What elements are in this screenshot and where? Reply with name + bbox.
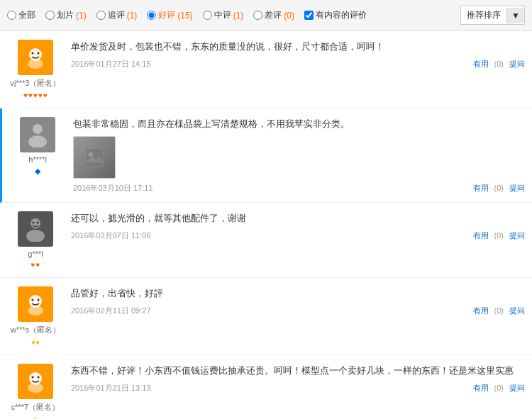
review-item: vj***3（匿名） ♥♥♥♥♥ 单价发货及时，包装也不错，东东的质量没的说，很… [0, 31, 532, 108]
review-image-container [73, 136, 525, 179]
user-column: h****l ◆ [9, 117, 66, 176]
user-column: vj***3（匿名） ♥♥♥♥♥ [7, 40, 64, 99]
filter-bar: 全部 划片(1) 追评(1) 好评(15) 中评(1) 差评(0) 有内容的评价… [0, 0, 532, 31]
avatar [18, 40, 53, 75]
content-column: 包装非常稳固，而且亦在様品袋上写清楚规格，不用我苹实非分类。 2016年03月1… [73, 117, 525, 194]
filter-bad[interactable]: 差评(0) [253, 9, 294, 21]
review-text: 东西不错，好评！小东西不值钱运费比抽承还贵。呵呵！模型点一个卖好几块，一样的东西… [71, 364, 525, 379]
useful-count: (0) [494, 60, 504, 68]
star-icon: ♥ [33, 91, 38, 99]
star-icon: ♥ [31, 261, 35, 269]
svg-point-1 [32, 52, 34, 55]
question-link[interactable]: 提问 [509, 383, 525, 393]
user-column: w***s（匿名） ♦♦ [7, 286, 64, 346]
image-icon [84, 147, 105, 168]
svg-point-3 [28, 59, 43, 69]
username: g***l [28, 250, 43, 258]
question-link[interactable]: 提问 [509, 230, 525, 241]
review-date: 2016年02月11日 09:27 [71, 306, 151, 316]
useful-count: (0) [494, 184, 504, 192]
useful-link[interactable]: 有用 [473, 306, 489, 316]
question-link[interactable]: 提问 [509, 183, 525, 194]
avatar [18, 211, 53, 247]
review-item: c***7（匿名） ♦ 东西不错，好评！小东西不值钱运费比抽承还贵。呵呵！模型点… [0, 355, 532, 419]
review-date: 2016年03月10日 17:11 [73, 183, 153, 194]
svg-point-20 [28, 383, 43, 393]
svg-point-18 [32, 376, 34, 378]
avatar [18, 286, 53, 322]
review-item: g***l ♥♥ 还可以，摅光滑的，就等其他配件了，谢谢 2016年03月07日… [0, 203, 532, 278]
review-list: vj***3（匿名） ♥♥♥♥♥ 单价发货及时，包装也不错，东东的质量没的说，很… [0, 31, 532, 419]
star-icon: ♥ [36, 261, 40, 269]
review-item: w***s（匿名） ♦♦ 品管好，出省快，好評 2016年02月11日 09:2… [0, 278, 532, 355]
user-stars: ♥♥♥♥♥ [23, 91, 48, 99]
filter-clip[interactable]: 划片(1) [45, 9, 87, 21]
review-actions: 有用 (0) 提问 [473, 383, 525, 393]
star-icon: ♥ [23, 91, 28, 99]
content-column: 单价发货及时，包装也不错，东东的质量没的说，很好，尺寸都合适，呵呵！ 2016年… [71, 40, 525, 69]
review-meta: 2016年02月11日 09:27 有用 (0) 提问 [71, 306, 525, 316]
face-icon [23, 369, 48, 394]
review-item: h****l ◆ 包装非常稳固，而且亦在様品袋上写清楚规格，不用我苹实非分类。 … [0, 108, 532, 203]
username: w***s（匿名） [11, 325, 60, 335]
review-actions: 有用 (0) 提问 [473, 183, 525, 194]
review-date: 2016年01月21日 13:13 [71, 383, 151, 393]
review-meta: 2016年01月27日 14:15 有用 (0) 提问 [71, 59, 525, 69]
useful-count: (0) [494, 384, 504, 392]
useful-link[interactable]: 有用 [473, 183, 489, 194]
filter-follow[interactable]: 追评(1) [96, 9, 138, 21]
review-text: 单价发货及时，包装也不错，东东的质量没的说，很好，尺寸都合适，呵呵！ [71, 40, 525, 55]
avatar [18, 364, 53, 399]
filter-all[interactable]: 全部 [7, 9, 35, 21]
sort-label: 推荐排序 [461, 6, 506, 24]
filter-mid[interactable]: 中评(1) [203, 9, 244, 21]
face-icon [23, 45, 48, 70]
person-icon [26, 122, 49, 147]
review-meta: 2016年01月21日 13:13 有用 (0) 提问 [71, 383, 525, 393]
star-icon: ♥ [38, 91, 43, 99]
review-actions: 有用 (0) 提问 [473, 306, 525, 316]
svg-rect-6 [85, 148, 104, 167]
user-stars: ♦ [33, 415, 37, 419]
review-text: 还可以，摅光滑的，就等其他配件了，谢谢 [71, 211, 525, 226]
svg-point-12 [37, 221, 39, 223]
svg-point-19 [38, 376, 40, 378]
review-actions: 有用 (0) 提问 [473, 230, 525, 241]
user-stars: ◆ [35, 167, 40, 176]
user-stars: ♦♦ [31, 338, 39, 346]
svg-point-15 [38, 298, 40, 301]
svg-point-14 [32, 298, 34, 301]
svg-point-16 [28, 306, 43, 315]
review-actions: 有用 (0) 提问 [473, 59, 525, 69]
useful-link[interactable]: 有用 [473, 59, 489, 69]
review-image[interactable] [73, 136, 116, 179]
diamond-icon: ◆ [35, 167, 40, 176]
content-column: 还可以，摅光滑的，就等其他配件了，谢谢 2016年03月07日 11:06 有用… [71, 211, 525, 241]
diamond-icon: ♦ [36, 338, 40, 346]
username: vj***3（匿名） [11, 78, 61, 89]
useful-link[interactable]: 有用 [473, 383, 489, 393]
svg-point-7 [89, 152, 93, 157]
question-link[interactable]: 提问 [509, 306, 525, 316]
question-link[interactable]: 提问 [509, 59, 525, 69]
svg-point-2 [38, 52, 40, 55]
review-meta: 2016年03月10日 17:11 有用 (0) 提问 [73, 183, 525, 194]
star-icon: ♥ [43, 91, 48, 99]
content-column: 东西不错，好评！小东西不值钱运费比抽承还贵。呵呵！模型点一个卖好几块，一样的东西… [71, 364, 525, 393]
star-icon: ♥ [28, 91, 33, 99]
useful-link[interactable]: 有用 [473, 230, 489, 241]
review-text: 包装非常稳固，而且亦在様品袋上写清楚规格，不用我苹实非分类。 [73, 117, 525, 132]
user-column: c***7（匿名） ♦ [7, 364, 64, 419]
review-date: 2016年03月07日 11:06 [71, 230, 151, 241]
sort-button[interactable]: 推荐排序 ▼ [460, 6, 525, 25]
diamond-icon: ♦ [33, 415, 37, 419]
review-text: 品管好，出省快，好評 [71, 286, 525, 301]
avatar [20, 117, 55, 152]
sort-arrow-icon: ▼ [506, 8, 524, 23]
svg-point-4 [33, 124, 43, 134]
filter-good[interactable]: 好评(15) [147, 9, 192, 21]
person-dark-icon [24, 216, 47, 242]
content-column: 品管好，出省快，好評 2016年02月11日 09:27 有用 (0) 提问 [71, 286, 525, 316]
review-meta: 2016年03月07日 11:06 有用 (0) 提问 [71, 230, 525, 241]
filter-with-content[interactable]: 有内容的评价 [304, 9, 367, 21]
